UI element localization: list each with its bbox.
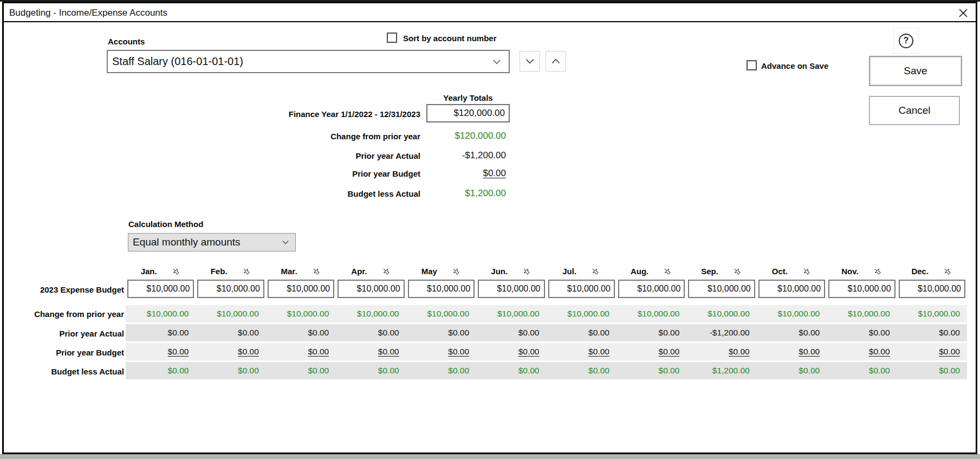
month-header-may: May xyxy=(406,264,476,277)
prior-year-budget-jul[interactable]: $0.00 xyxy=(547,343,616,360)
yearly-change-value: $120,000.00 xyxy=(384,131,506,141)
background-window-sliver-bottom xyxy=(0,454,980,459)
sort-by-account-number-checkbox[interactable] xyxy=(387,33,397,43)
budget-input-nov[interactable] xyxy=(828,280,895,298)
pushpin-icon[interactable] xyxy=(801,266,812,276)
pushpin-icon[interactable] xyxy=(170,266,181,276)
title-bar: Budgeting - Income/Expense Accounts xyxy=(4,3,976,22)
change-from-prior-year-dec: $10,000.00 xyxy=(897,305,967,322)
accounts-label: Accounts xyxy=(108,37,145,46)
chevron-down-icon xyxy=(491,56,502,67)
close-button[interactable] xyxy=(957,7,969,19)
budget-input-may[interactable] xyxy=(408,280,475,298)
month-header-nov: Nov. xyxy=(827,264,897,277)
prior-year-budget-dec[interactable]: $0.00 xyxy=(897,343,967,360)
pushpin-icon[interactable] xyxy=(731,266,742,276)
pushpin-icon[interactable] xyxy=(450,266,461,276)
month-header-mar: Mar. xyxy=(266,264,336,277)
yearly-prior-budget-label: Prior year Budget xyxy=(166,169,420,178)
month-label: Jun. xyxy=(491,267,508,276)
month-label: Nov. xyxy=(841,267,858,276)
month-label: Apr. xyxy=(351,267,367,276)
pushpin-icon[interactable] xyxy=(661,266,672,276)
prior-year-actual-nov: $0.00 xyxy=(827,324,897,341)
prior-year-budget-apr[interactable]: $0.00 xyxy=(336,343,406,360)
budget-less-actual-sep: $1,200.00 xyxy=(686,362,756,379)
month-label: Jul. xyxy=(562,267,576,276)
yearly-total-input[interactable] xyxy=(426,104,510,122)
chevron-down-icon xyxy=(281,238,290,247)
sort-by-account-number-label: Sort by account number xyxy=(403,34,497,43)
save-button[interactable]: Save xyxy=(869,56,962,86)
change-from-prior-year-oct: $10,000.00 xyxy=(757,305,827,322)
pushpin-icon[interactable] xyxy=(872,266,882,276)
prior-year-budget-may[interactable]: $0.00 xyxy=(406,343,476,360)
month-header-sep: Sep. xyxy=(686,264,756,277)
month-label: Sep. xyxy=(701,267,718,276)
budget-input-jul[interactable] xyxy=(548,280,615,298)
budget-input-mar[interactable] xyxy=(268,280,334,298)
change-from-prior-year-jul: $10,000.00 xyxy=(547,305,616,322)
pushpin-icon[interactable] xyxy=(589,266,600,276)
accounts-dropdown[interactable]: Staff Salary (016-01-01-01) xyxy=(107,50,510,73)
change-row-label: Change from prior year xyxy=(4,309,124,319)
prior-budget-row-label: Prior year Budget xyxy=(4,348,124,357)
change-from-prior-year-sep: $10,000.00 xyxy=(686,305,756,322)
pushpin-icon[interactable] xyxy=(310,266,321,276)
account-previous-button[interactable] xyxy=(546,51,566,72)
pushpin-icon[interactable] xyxy=(942,266,952,276)
month-header-oct: Oct. xyxy=(757,264,827,277)
prior-year-budget-row: $0.00$0.00$0.00$0.00$0.00$0.00$0.00$0.00… xyxy=(126,343,967,360)
yearly-budget-less-actual-value: $1,200.00 xyxy=(384,188,506,199)
finance-year-label: Finance Year 1/1/2022 - 12/31/2023 xyxy=(166,109,420,119)
advance-on-save-checkbox[interactable] xyxy=(747,60,757,70)
pushpin-icon[interactable] xyxy=(380,266,391,276)
change-from-prior-year-nov: $10,000.00 xyxy=(827,305,897,322)
budget-less-actual-feb: $0.00 xyxy=(196,362,265,379)
cancel-button[interactable]: Cancel xyxy=(869,96,960,125)
budget-input-apr[interactable] xyxy=(338,280,404,298)
change-from-prior-year-row: $10,000.00$10,000.00$10,000.00$10,000.00… xyxy=(126,305,967,322)
calculation-method-label: Calculation Method xyxy=(128,219,203,229)
change-from-prior-year-aug: $10,000.00 xyxy=(616,305,686,322)
prior-year-actual-aug: $0.00 xyxy=(616,324,686,341)
calculation-method-select[interactable]: Equal monthly amounts xyxy=(128,233,296,251)
yearly-change-label: Change from prior year xyxy=(166,132,420,141)
prior-year-budget-aug[interactable]: $0.00 xyxy=(616,343,686,360)
month-header-dec: Dec. xyxy=(897,264,967,277)
save-button-label: Save xyxy=(904,65,927,77)
help-frame: ? xyxy=(893,28,919,54)
account-next-button[interactable] xyxy=(520,51,540,72)
budget-input-oct[interactable] xyxy=(758,280,825,298)
prior-year-budget-feb[interactable]: $0.00 xyxy=(196,343,265,360)
budget-less-actual-dec: $0.00 xyxy=(897,362,967,379)
pushpin-icon[interactable] xyxy=(521,266,531,276)
yearly-prior-budget-value[interactable]: $0.00 xyxy=(384,168,506,179)
help-button[interactable]: ? xyxy=(899,34,913,48)
yearly-totals-heading: Yearly Totals xyxy=(426,93,510,102)
budget-input-sep[interactable] xyxy=(688,280,755,298)
prior-actual-row-label: Prior year Actual xyxy=(4,329,124,338)
prior-year-budget-sep[interactable]: $0.00 xyxy=(686,343,756,360)
budget-input-feb[interactable] xyxy=(197,280,264,298)
budget-input-dec[interactable] xyxy=(899,280,965,298)
prior-year-actual-dec: $0.00 xyxy=(897,324,967,341)
prior-year-budget-jan[interactable]: $0.00 xyxy=(126,343,196,360)
budget-input-jan[interactable] xyxy=(127,280,194,298)
prior-year-budget-jun[interactable]: $0.00 xyxy=(476,343,546,360)
budget-less-actual-aug: $0.00 xyxy=(616,362,686,379)
change-from-prior-year-feb: $10,000.00 xyxy=(196,305,265,322)
budget-less-actual-oct: $0.00 xyxy=(757,362,827,379)
budget-input-jun[interactable] xyxy=(478,280,544,298)
prior-year-actual-oct: $0.00 xyxy=(757,324,827,341)
budget-less-actual-may: $0.00 xyxy=(406,362,476,379)
accounts-dropdown-value: Staff Salary (016-01-01-01) xyxy=(108,55,491,68)
prior-year-budget-nov[interactable]: $0.00 xyxy=(827,343,897,360)
change-from-prior-year-apr: $10,000.00 xyxy=(336,305,406,322)
chevron-up-icon xyxy=(550,55,562,67)
budget-input-aug[interactable] xyxy=(618,280,685,298)
budgeting-dialog: Budgeting - Income/Expense Accounts Acco… xyxy=(2,2,977,454)
prior-year-budget-mar[interactable]: $0.00 xyxy=(266,343,336,360)
pushpin-icon[interactable] xyxy=(241,266,251,276)
prior-year-budget-oct[interactable]: $0.00 xyxy=(757,343,827,360)
